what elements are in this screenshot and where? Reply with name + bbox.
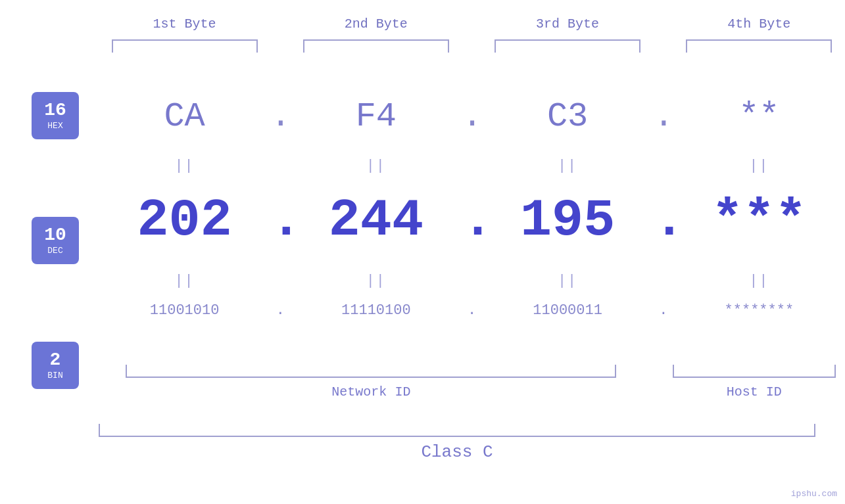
dot-dec-2: . xyxy=(462,191,482,250)
eq2-2-col: || xyxy=(290,273,462,289)
eq2-1: || xyxy=(174,273,194,289)
eq3: || xyxy=(558,158,577,174)
dec-b2-value: 244 xyxy=(329,191,423,250)
byte2-bracket-top xyxy=(303,39,449,53)
byte4-col-header: 4th Byte xyxy=(673,16,845,53)
byte1-col-header: 1st Byte xyxy=(99,16,270,53)
eq2-4-col: || xyxy=(673,273,845,289)
byte2-label: 2nd Byte xyxy=(345,16,408,32)
byte1-bracket-top xyxy=(112,39,258,53)
bracket-sep xyxy=(644,365,664,400)
eq2-2: || xyxy=(366,273,386,289)
bin-b1-value: 11001010 xyxy=(150,302,220,319)
hex-b3-value: C3 xyxy=(547,97,588,136)
hex-b1-value: CA xyxy=(164,97,205,136)
hex-b2-value: F4 xyxy=(356,97,397,136)
eq1-col: || xyxy=(99,158,270,174)
bin-badge-num: 2 xyxy=(50,351,61,369)
dec-b1-value: 202 xyxy=(137,191,232,250)
eq2-1-col: || xyxy=(99,273,270,289)
dec-row: 202 . 244 . 195 . *** xyxy=(99,191,845,250)
dec-b2-col: 244 xyxy=(290,191,462,250)
eq4: || xyxy=(749,158,769,174)
dec-badge-num: 10 xyxy=(44,226,66,244)
bin-b2-value: 11110100 xyxy=(341,302,411,319)
main-container: 16 HEX 10 DEC 2 BIN 1st Byte 2nd Byte 3r… xyxy=(0,0,845,504)
dec-b1-col: 202 xyxy=(99,191,270,250)
dot-hex-1: . xyxy=(270,97,290,136)
dec-badge-label: DEC xyxy=(47,246,62,256)
dot-bin-3: . xyxy=(654,302,673,319)
header-row: 1st Byte 2nd Byte 3rd Byte 4th Byte xyxy=(99,16,845,53)
bin-b4-col: ******** xyxy=(673,302,845,319)
bin-b1-col: 11001010 xyxy=(99,302,270,319)
bottom-brackets: Network ID Host ID xyxy=(99,365,845,400)
byte4-bracket-top xyxy=(686,39,832,53)
eq3-col: || xyxy=(482,158,654,174)
dot-bin-1: . xyxy=(270,302,290,319)
eq2-4: || xyxy=(749,273,769,289)
network-id-bracket: Network ID xyxy=(99,365,644,400)
eq2-col: || xyxy=(290,158,462,174)
hex-b1-col: CA xyxy=(99,97,270,136)
hex-b3-col: C3 xyxy=(482,97,654,136)
bin-b3-col: 11000011 xyxy=(482,302,654,319)
eq2-3-col: || xyxy=(482,273,654,289)
class-bracket-area: Class C xyxy=(99,424,815,462)
bin-row: 11001010 . 11110100 . 11000011 . *******… xyxy=(99,302,845,319)
dec-b3-col: 195 xyxy=(482,191,654,250)
dot-bin-2: . xyxy=(462,302,482,319)
eq1: || xyxy=(174,158,194,174)
bin-b4-value: ******** xyxy=(725,302,794,319)
equals-row-1: || || || || xyxy=(99,158,845,174)
bin-badge-label: BIN xyxy=(47,371,62,380)
bin-b3-value: 11000011 xyxy=(533,302,602,319)
network-bracket-line xyxy=(126,365,616,378)
badges-column: 16 HEX 10 DEC 2 BIN xyxy=(32,92,79,389)
hex-b2-col: F4 xyxy=(290,97,462,136)
network-id-label: Network ID xyxy=(331,384,410,400)
dec-b4-col: *** xyxy=(673,191,845,250)
bin-badge: 2 BIN xyxy=(32,342,79,389)
equals-row-2: || || || || xyxy=(99,273,845,289)
watermark: ipshu.com xyxy=(791,489,837,499)
dot-dec-1: . xyxy=(270,191,290,250)
host-bracket-line xyxy=(673,365,836,378)
dec-b4-value: *** xyxy=(712,191,806,250)
class-label: Class C xyxy=(421,442,493,462)
dot-hex-3: . xyxy=(654,97,673,136)
class-bracket-line xyxy=(99,424,815,437)
bin-b2-col: 11110100 xyxy=(290,302,462,319)
dec-b3-value: 195 xyxy=(520,191,615,250)
dec-badge: 10 DEC xyxy=(32,217,79,264)
dot-dec-3: . xyxy=(654,191,673,250)
host-id-bracket: Host ID xyxy=(664,365,845,400)
byte4-label: 4th Byte xyxy=(727,16,790,32)
byte3-label: 3rd Byte xyxy=(536,16,599,32)
hex-badge-num: 16 xyxy=(44,101,66,120)
hex-b4-col: ** xyxy=(673,97,845,136)
hex-badge-label: HEX xyxy=(47,121,62,131)
hex-row: CA . F4 . C3 . ** xyxy=(99,97,845,136)
dot-hex-2: . xyxy=(462,97,482,136)
byte3-bracket-top xyxy=(495,39,640,53)
byte2-col-header: 2nd Byte xyxy=(290,16,462,53)
eq4-col: || xyxy=(673,158,845,174)
host-id-label: Host ID xyxy=(727,384,782,400)
hex-b4-value: ** xyxy=(738,97,779,136)
hex-badge: 16 HEX xyxy=(32,92,79,139)
eq2-3: || xyxy=(558,273,577,289)
byte1-label: 1st Byte xyxy=(153,16,216,32)
eq2: || xyxy=(366,158,386,174)
byte3-col-header: 3rd Byte xyxy=(482,16,654,53)
